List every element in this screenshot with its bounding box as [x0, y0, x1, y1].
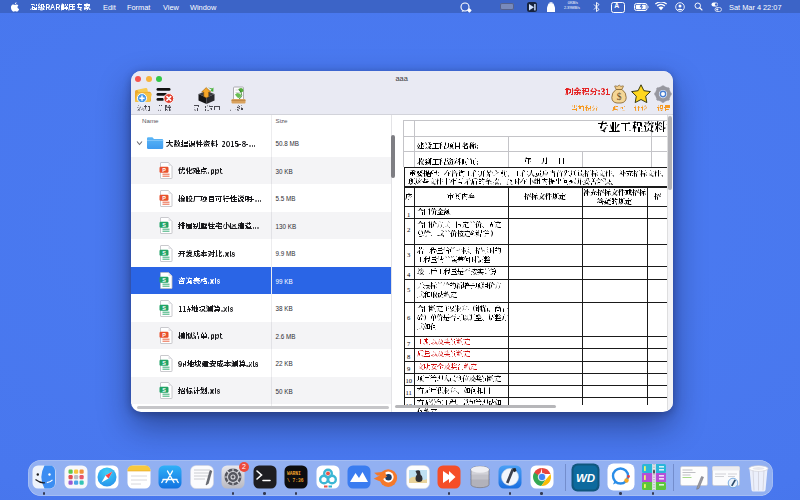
- svg-text:S: S: [162, 222, 166, 228]
- svg-text:S: S: [162, 304, 166, 310]
- svg-text:S: S: [162, 387, 166, 393]
- svg-text:P: P: [162, 194, 166, 200]
- svg-text:S: S: [162, 277, 166, 283]
- svg-text:WD: WD: [575, 472, 594, 484]
- svg-text:\ 7:36: \ 7:36: [287, 478, 304, 483]
- svg-text:P: P: [162, 167, 166, 173]
- svg-text:P: P: [162, 332, 166, 338]
- svg-text:S: S: [162, 359, 166, 365]
- svg-text:S: S: [162, 249, 166, 255]
- svg-text:$: $: [616, 91, 621, 101]
- svg-text:WARNI: WARNI: [287, 471, 301, 476]
